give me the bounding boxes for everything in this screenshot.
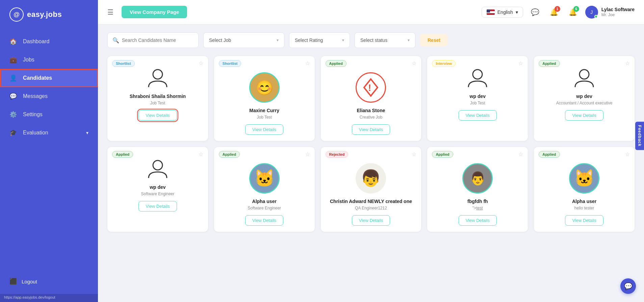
- candidates-grid-row1: Shortlist ☆ Shraboni Shaila Shormin Job …: [107, 56, 635, 141]
- hamburger-icon[interactable]: ☰: [107, 8, 113, 16]
- user-profile[interactable]: J Lylac Software Mr. Joe: [585, 6, 635, 19]
- messages-icon: 💬: [9, 93, 17, 100]
- view-details-button[interactable]: View Details: [565, 215, 603, 226]
- candidate-name: wp dev: [150, 184, 165, 190]
- sidebar-item-dashboard[interactable]: 🏠 Dashboard: [0, 32, 98, 51]
- sidebar-item-messages[interactable]: 💬 Messages: [0, 87, 98, 105]
- url-hint: https://app.easyjobs.dev/logout: [0, 294, 98, 302]
- status-badge: Applied: [539, 60, 560, 67]
- avatar: [462, 63, 493, 93]
- view-details-button[interactable]: View Details: [245, 124, 283, 135]
- avatar: 👦: [356, 163, 386, 194]
- star-icon[interactable]: ☆: [412, 60, 416, 67]
- star-icon[interactable]: ☆: [518, 151, 523, 157]
- svg-point-4: [153, 160, 162, 170]
- candidate-card-eliana: Applied ☆ ! Eliana Stone Creative Job Vi…: [321, 56, 421, 141]
- sidebar-item-jobs[interactable]: 💼 Jobs: [0, 51, 98, 69]
- avatar: !: [356, 72, 386, 103]
- candidate-name: wp dev: [470, 93, 486, 99]
- status-badge: Applied: [539, 151, 560, 158]
- language-selector[interactable]: English ▾: [482, 7, 523, 18]
- candidate-job: Job Test: [470, 101, 485, 105]
- notification-button[interactable]: 🔔 1: [547, 5, 561, 19]
- candidate-name: Maxine Curry: [249, 107, 279, 114]
- view-details-button[interactable]: View Details: [245, 215, 283, 226]
- alert-button[interactable]: 🔔 6: [566, 5, 580, 19]
- chevron-down-icon: ▾: [86, 130, 88, 135]
- sidebar-nav: 🏠 Dashboard 💼 Jobs 👤 Candidates 💬 Messag…: [0, 32, 98, 272]
- star-icon[interactable]: ☆: [412, 151, 416, 157]
- candidate-job: Software Engineer: [141, 192, 175, 196]
- candidate-name: Alpha user: [252, 198, 277, 204]
- candidate-name: fbgfdh fh: [467, 198, 488, 204]
- svg-point-0: [153, 70, 162, 79]
- sidebar-logo[interactable]: @ easy.jobs: [0, 0, 98, 29]
- candidate-card-christin: Rejected ☆ 👦 Christin Adward NEWLY creat…: [321, 147, 421, 232]
- logo-icon: @: [9, 7, 24, 22]
- chat-icon-button[interactable]: 💬: [529, 5, 542, 19]
- user-name: Mr. Joe: [601, 12, 635, 18]
- feedback-label[interactable]: Feedback: [635, 122, 644, 150]
- star-icon[interactable]: ☆: [305, 151, 310, 157]
- status-filter[interactable]: Select status ▾: [355, 32, 415, 48]
- star-icon[interactable]: ☆: [199, 151, 203, 157]
- search-box: 🔍: [107, 32, 199, 48]
- avatar: [143, 63, 173, 93]
- rating-filter-label: Select Rating: [295, 37, 323, 43]
- candidate-job: QA Engineer1212: [355, 206, 387, 210]
- filters-bar: 🔍 Select Job ▾ Select Rating ▾ Select st…: [107, 32, 635, 48]
- status-badge: Applied: [112, 151, 133, 158]
- company-name: Lylac Software: [601, 6, 635, 12]
- rating-filter[interactable]: Select Rating ▾: [289, 32, 350, 48]
- feedback-tab[interactable]: Feedback: [635, 122, 644, 150]
- status-badge: Applied: [326, 60, 346, 67]
- star-icon[interactable]: ☆: [625, 151, 630, 157]
- avatar: 🐱: [249, 163, 280, 194]
- status-badge: Interview: [432, 60, 456, 67]
- sidebar-label-settings: Settings: [23, 111, 88, 118]
- logout-button[interactable]: ⬛ Logout: [0, 272, 98, 291]
- search-input[interactable]: [122, 37, 194, 43]
- status-badge: Shortlist: [219, 60, 241, 67]
- star-icon[interactable]: ☆: [199, 60, 203, 67]
- svg-text:!: !: [368, 82, 371, 93]
- online-dot: [594, 15, 598, 18]
- avatar: 🐱: [569, 163, 599, 194]
- jobs-icon: 💼: [9, 56, 17, 64]
- star-icon[interactable]: ☆: [625, 60, 630, 67]
- view-details-button[interactable]: View Details: [459, 110, 497, 121]
- candidate-job: Creative Job: [360, 115, 382, 120]
- sidebar-item-settings[interactable]: ⚙️ Settings: [0, 105, 98, 124]
- chat-fab-button[interactable]: 💬: [620, 278, 636, 294]
- view-details-button[interactable]: View Details: [565, 110, 603, 121]
- view-details-button[interactable]: View Details: [352, 215, 390, 226]
- star-icon[interactable]: ☆: [518, 60, 523, 67]
- avatar: 👨: [462, 163, 493, 194]
- candidate-job: Job Test: [150, 101, 165, 105]
- search-icon: 🔍: [112, 37, 119, 44]
- candidate-job: Software Engineer: [248, 206, 281, 210]
- content-area: 🔍 Select Job ▾ Select Rating ▾ Select st…: [98, 24, 644, 302]
- reset-button[interactable]: Reset: [420, 34, 448, 46]
- candidate-name: wp dev: [576, 93, 592, 99]
- candidates-icon: 👤: [9, 74, 17, 82]
- job-filter[interactable]: Select Job ▾: [203, 32, 284, 48]
- star-icon[interactable]: ☆: [305, 60, 310, 67]
- candidate-card-alpha2: Applied ☆ 🐱 Alpha user hello tester View…: [534, 147, 635, 232]
- rating-chevron-icon: ▾: [342, 38, 344, 43]
- logo-text: easy.jobs: [27, 10, 62, 19]
- view-details-button[interactable]: View Details: [459, 215, 497, 226]
- view-details-button[interactable]: View Details: [138, 110, 177, 121]
- svg-point-3: [579, 70, 589, 79]
- candidate-card-wpdev3: Applied ☆ wp dev Software Engineer View …: [107, 147, 208, 232]
- sidebar-item-evaluation[interactable]: 🎓 Evaluation ▾: [0, 124, 98, 142]
- sidebar-item-candidates[interactable]: 👤 Candidates: [0, 69, 98, 87]
- status-badge: Applied: [432, 151, 453, 158]
- flag-icon: [487, 9, 495, 15]
- view-company-button[interactable]: View Company Page: [122, 6, 187, 18]
- sidebar-label-evaluation: Evaluation: [23, 130, 80, 136]
- sidebar-label-messages: Messages: [23, 93, 88, 99]
- candidate-card-wpdev2: Applied ☆ wp dev Accountant / Account ex…: [534, 56, 635, 141]
- view-details-button[interactable]: View Details: [138, 201, 177, 211]
- view-details-button[interactable]: View Details: [352, 124, 390, 135]
